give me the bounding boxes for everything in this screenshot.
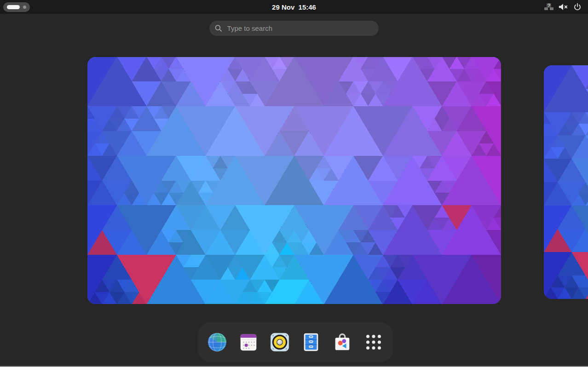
search-bar[interactable] (209, 21, 379, 36)
volume-muted-icon[interactable] (558, 1, 568, 12)
clock[interactable]: 29 Nov 15:46 (0, 0, 588, 14)
search-icon (215, 24, 222, 32)
show-apps-button[interactable] (363, 331, 385, 353)
app-grid-icon (363, 332, 384, 353)
music-player-icon (269, 332, 290, 353)
power-icon[interactable] (572, 1, 582, 12)
svg-text:?: ? (548, 3, 551, 8)
calendar-icon (238, 332, 259, 353)
app-button-calendar[interactable] (237, 331, 259, 353)
network-question-icon[interactable]: ? (544, 1, 554, 12)
status-area: ? (544, 0, 582, 14)
software-store-icon (332, 332, 353, 353)
app-button-software[interactable] (331, 331, 353, 353)
dash (198, 322, 393, 362)
app-button-music[interactable] (269, 331, 291, 353)
workspace-thumbnail-current[interactable] (87, 57, 501, 304)
workspace-thumbnail-next[interactable] (544, 65, 588, 299)
web-browser-icon (207, 332, 228, 353)
top-bar: 29 Nov 15:46 ? (0, 0, 588, 14)
files-icon (300, 332, 322, 353)
app-button-files[interactable] (300, 331, 322, 353)
search-input[interactable] (226, 24, 373, 33)
app-button-web[interactable] (206, 331, 228, 353)
